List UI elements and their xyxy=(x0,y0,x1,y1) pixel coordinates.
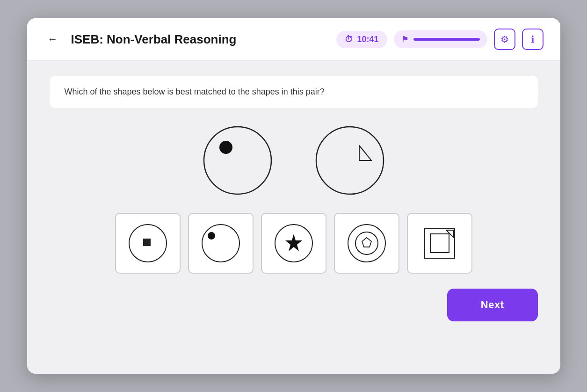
shapes-area xyxy=(50,123,538,274)
option-D-svg xyxy=(343,220,390,267)
svg-marker-12 xyxy=(362,238,371,247)
option-C[interactable] xyxy=(261,213,326,274)
page-title: ISEB: Non-Verbal Reasoning xyxy=(71,32,327,47)
settings-button[interactable]: ⚙ xyxy=(494,29,515,50)
question-box: Which of the shapes below is best matche… xyxy=(50,76,538,108)
svg-point-10 xyxy=(348,225,385,262)
timer-value: 10:41 xyxy=(357,35,378,44)
pair-shape-1 xyxy=(200,123,275,198)
pair-shape-1-svg xyxy=(200,123,275,198)
svg-point-0 xyxy=(204,127,271,194)
option-E-svg xyxy=(416,220,463,267)
next-btn-row: Next xyxy=(50,289,538,321)
svg-point-11 xyxy=(355,232,378,254)
progress-track xyxy=(413,38,480,41)
svg-point-7 xyxy=(208,232,215,240)
back-button[interactable]: ← xyxy=(44,31,62,47)
header-controls: ⏱ 10:41 ⚑ ⚙ ℹ xyxy=(336,29,543,50)
back-icon: ← xyxy=(48,33,58,45)
svg-rect-5 xyxy=(143,239,151,246)
info-button[interactable]: ℹ xyxy=(522,29,544,50)
settings-icon: ⚙ xyxy=(500,34,509,45)
svg-point-6 xyxy=(202,225,239,262)
app-window: ← ISEB: Non-Verbal Reasoning ⏱ 10:41 ⚑ ⚙ xyxy=(27,18,560,374)
option-D[interactable] xyxy=(334,213,399,274)
next-button[interactable]: Next xyxy=(447,289,538,321)
question-text: Which of the shapes below is best matche… xyxy=(65,87,325,96)
option-A-svg xyxy=(124,220,171,267)
svg-marker-9 xyxy=(285,234,302,251)
option-B[interactable] xyxy=(188,213,254,274)
flag-icon: ⚑ xyxy=(401,34,409,44)
svg-point-1 xyxy=(219,141,232,154)
timer-badge: ⏱ 10:41 xyxy=(336,31,387,48)
progress-container: ⚑ xyxy=(394,30,487,48)
svg-rect-13 xyxy=(425,228,455,258)
option-E[interactable] xyxy=(407,213,472,274)
svg-point-2 xyxy=(316,127,384,194)
option-C-svg xyxy=(270,220,317,267)
info-icon: ℹ xyxy=(531,34,535,45)
clock-icon: ⏱ xyxy=(345,35,353,44)
svg-rect-14 xyxy=(430,234,449,253)
options-row xyxy=(115,213,472,274)
header: ← ISEB: Non-Verbal Reasoning ⏱ 10:41 ⚑ ⚙ xyxy=(27,18,560,61)
pair-shape-2-svg xyxy=(312,123,387,198)
main-content: Which of the shapes below is best matche… xyxy=(27,61,560,336)
pair-shape-2 xyxy=(312,123,387,198)
progress-fill xyxy=(413,38,480,41)
pair-row xyxy=(200,123,387,198)
svg-marker-3 xyxy=(359,145,371,160)
option-B-svg xyxy=(197,220,244,267)
option-A[interactable] xyxy=(115,213,181,274)
